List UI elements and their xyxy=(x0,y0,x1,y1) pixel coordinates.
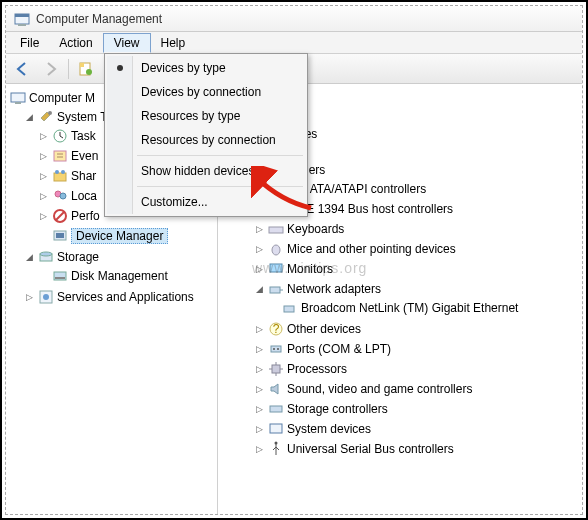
expand-icon[interactable]: ▷ xyxy=(38,131,49,142)
tree-label: Storage controllers xyxy=(287,402,388,416)
titlebar: Computer Management xyxy=(6,6,582,32)
expand-icon[interactable]: ▷ xyxy=(254,364,265,375)
tree-monitors[interactable]: ▷Monitors xyxy=(252,260,580,278)
menu-help[interactable]: Help xyxy=(151,34,196,52)
monitor-icon xyxy=(268,261,284,277)
clock-icon xyxy=(52,128,68,144)
users-icon xyxy=(52,188,68,204)
tree-system-devices[interactable]: ▷System devices xyxy=(252,420,580,438)
menuitem-resources-by-connection[interactable]: Resources by connection xyxy=(107,128,305,152)
disk-icon xyxy=(52,268,68,284)
menuitem-label: Resources by type xyxy=(141,109,240,123)
tree-label: IEEE 1394 Bus host controllers xyxy=(287,202,453,216)
tree-label: Broadcom NetLink (TM) Gigabit Ethernet xyxy=(301,301,518,315)
keyboard-icon xyxy=(268,221,284,237)
tree-other-devices[interactable]: ▷?Other devices xyxy=(252,320,580,338)
spacer xyxy=(268,303,279,314)
tree-services-apps[interactable]: ▷Services and Applications xyxy=(22,288,215,306)
expand-icon[interactable]: ▷ xyxy=(254,404,265,415)
tree-disk-management[interactable]: Disk Management xyxy=(36,267,215,285)
menuitem-devices-by-type[interactable]: Devices by type xyxy=(107,56,305,80)
tree-sound[interactable]: ▷Sound, video and game controllers xyxy=(252,380,580,398)
svg-point-41 xyxy=(275,442,278,445)
expand-icon[interactable]: ▷ xyxy=(254,264,265,275)
svg-rect-2 xyxy=(18,24,26,26)
expand-icon[interactable]: ▷ xyxy=(254,424,265,435)
storage-icon xyxy=(38,249,54,265)
tree-storage-controllers[interactable]: ▷Storage controllers xyxy=(252,400,580,418)
svg-text:?: ? xyxy=(273,322,280,336)
menuitem-resources-by-type[interactable]: Resources by type xyxy=(107,104,305,128)
menu-file[interactable]: File xyxy=(10,34,49,52)
collapse-icon[interactable]: ◢ xyxy=(254,284,265,295)
tree-label: Shar xyxy=(71,169,96,183)
services-icon xyxy=(38,289,54,305)
tree-label: Even xyxy=(71,149,98,163)
expand-icon[interactable]: ▷ xyxy=(254,344,265,355)
menuitem-label: Show hidden devices xyxy=(141,164,254,178)
tree-label: Universal Serial Bus controllers xyxy=(287,442,454,456)
svg-point-21 xyxy=(40,252,52,256)
back-button[interactable] xyxy=(10,57,36,81)
expand-icon[interactable]: ▷ xyxy=(254,244,265,255)
tree-label: Task xyxy=(71,129,96,143)
properties-button[interactable] xyxy=(73,57,99,81)
collapse-icon[interactable]: ◢ xyxy=(24,112,35,123)
menuitem-label: Customize... xyxy=(141,195,208,209)
tree-label: System T xyxy=(57,110,107,124)
expand-icon[interactable]: ▷ xyxy=(38,191,49,202)
expand-icon[interactable]: ▷ xyxy=(254,384,265,395)
collapse-icon[interactable]: ◢ xyxy=(24,252,35,263)
unknown-icon: ? xyxy=(268,321,284,337)
tree-mice[interactable]: ▷Mice and other pointing devices xyxy=(252,240,580,258)
tree-usb[interactable]: ▷Universal Serial Bus controllers xyxy=(252,440,580,458)
menuitem-customize[interactable]: Customize... xyxy=(107,190,305,214)
system-icon xyxy=(268,421,284,437)
tree-keyboards[interactable]: ▷Keyboards xyxy=(252,220,580,238)
tree-ports[interactable]: ▷Ports (COM & LPT) xyxy=(252,340,580,358)
device-manager-icon xyxy=(52,228,68,244)
usb-icon xyxy=(268,441,284,457)
expand-icon[interactable]: ▷ xyxy=(24,292,35,303)
spacer xyxy=(38,271,49,282)
expand-icon[interactable]: ▷ xyxy=(254,224,265,235)
mouse-icon xyxy=(268,241,284,257)
app-icon xyxy=(14,11,30,27)
svg-rect-23 xyxy=(55,277,65,279)
menuitem-devices-by-connection[interactable]: Devices by connection xyxy=(107,80,305,104)
tree-device-manager[interactable]: Device Manager xyxy=(36,227,215,245)
expand-icon[interactable]: ▷ xyxy=(38,151,49,162)
tree-network-adapters[interactable]: ◢Network adapters xyxy=(252,280,580,298)
tree-label: Keyboards xyxy=(287,222,344,236)
svg-rect-19 xyxy=(56,233,64,238)
svg-rect-32 xyxy=(284,306,294,312)
expand-icon[interactable]: ▷ xyxy=(254,324,265,335)
expand-icon[interactable]: ▷ xyxy=(38,211,49,222)
svg-point-29 xyxy=(272,245,280,255)
share-icon xyxy=(52,168,68,184)
tree-storage[interactable]: ◢Storage xyxy=(22,248,215,266)
svg-point-14 xyxy=(61,170,65,174)
menu-separator xyxy=(137,155,303,156)
svg-rect-28 xyxy=(269,227,283,233)
svg-rect-11 xyxy=(54,151,66,161)
svg-rect-12 xyxy=(54,173,66,181)
menuitem-show-hidden-devices[interactable]: Show hidden devices xyxy=(107,159,305,183)
svg-rect-31 xyxy=(270,287,280,293)
menu-action[interactable]: Action xyxy=(49,34,102,52)
tree-label: Mice and other pointing devices xyxy=(287,242,456,256)
svg-rect-30 xyxy=(270,264,282,272)
tree-broadcom-adapter[interactable]: Broadcom NetLink (TM) Gigabit Ethernet xyxy=(266,299,580,317)
tree-label: Monitors xyxy=(287,262,333,276)
tools-icon xyxy=(38,109,54,125)
expand-icon[interactable]: ▷ xyxy=(254,444,265,455)
svg-point-13 xyxy=(55,170,59,174)
menu-view[interactable]: View xyxy=(103,33,151,53)
menuitem-label: Resources by connection xyxy=(141,133,276,147)
expand-icon[interactable]: ▷ xyxy=(38,171,49,182)
spacer xyxy=(38,231,49,242)
forward-button[interactable] xyxy=(38,57,64,81)
radio-dot-icon xyxy=(117,65,123,71)
window-title: Computer Management xyxy=(36,12,162,26)
tree-processors[interactable]: ▷Processors xyxy=(252,360,580,378)
